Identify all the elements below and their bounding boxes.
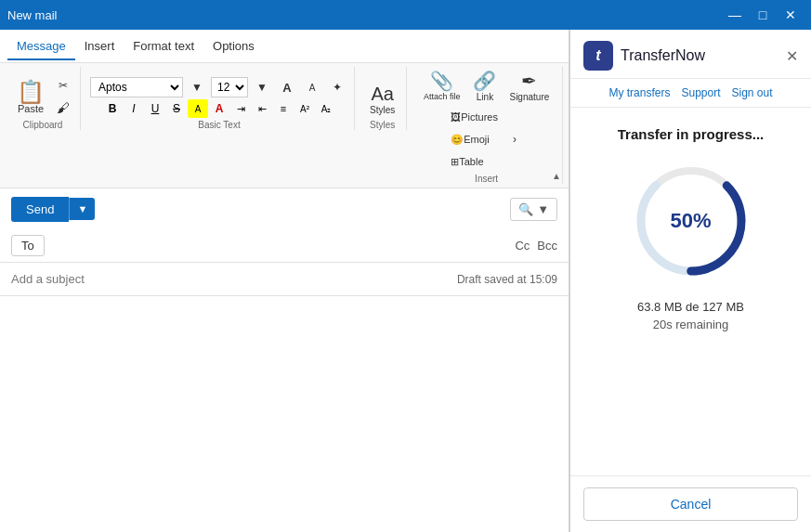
- emoji-icon: 😊: [451, 134, 464, 146]
- ribbon-toolbar: 📋 Paste ✂ 🖌 Clipboard: [0, 63, 569, 188]
- search-icon: 🔍: [518, 202, 533, 216]
- insert-content-top: 📎 Attach file 🔗 Link ✒ Signature 🖼: [416, 67, 556, 172]
- tab-options[interactable]: Options: [203, 33, 264, 60]
- styles-content: Aa Styles: [364, 80, 400, 118]
- progress-circle: 50%: [631, 161, 752, 281]
- transfer-nav-my-transfers[interactable]: My transfers: [608, 86, 670, 99]
- transfer-nav: My transfers Support Sign out: [570, 79, 811, 108]
- decrease-font-btn[interactable]: A: [301, 77, 323, 97]
- compose-header: Send ▼ 🔍 ▼: [0, 188, 569, 229]
- minimize-button[interactable]: —: [722, 2, 748, 28]
- emoji-button[interactable]: 😊 Emoji: [447, 129, 493, 149]
- font-color-button[interactable]: A: [209, 99, 229, 118]
- attach-file-button[interactable]: 📎 Attach file: [418, 67, 466, 104]
- transfer-panel: t TransferNow ✕ My transfers Support Sig…: [569, 30, 811, 532]
- window-controls: — □ ✕: [722, 2, 804, 28]
- send-button[interactable]: Send: [11, 197, 69, 222]
- transfer-close-button[interactable]: ✕: [786, 47, 798, 65]
- search-dropdown-icon: ▼: [537, 202, 549, 216]
- format-row: B I U S A A ⇥ ⇤ ≡ A² A₂: [102, 99, 336, 118]
- to-button[interactable]: To: [11, 235, 45, 256]
- maximize-button[interactable]: □: [750, 2, 776, 28]
- pictures-icon: 🖼: [451, 111, 461, 123]
- tab-insert[interactable]: Insert: [75, 33, 124, 60]
- transfer-content: Transfer in progress...: [570, 108, 811, 475]
- align-btn[interactable]: ≡: [273, 99, 294, 118]
- underline-button[interactable]: U: [145, 99, 165, 118]
- basic-text-label: Basic Text: [198, 120, 240, 130]
- superscript-btn[interactable]: A²: [294, 99, 315, 118]
- highlight-button[interactable]: A: [188, 99, 208, 118]
- size-select[interactable]: 12: [211, 77, 248, 97]
- paste-icon: 📋: [17, 81, 45, 103]
- window-title: New mail: [7, 8, 57, 22]
- bold-button[interactable]: B: [102, 99, 123, 118]
- font-dropdown-btn[interactable]: ▼: [186, 77, 208, 97]
- subject-input[interactable]: [11, 272, 457, 286]
- cc-link[interactable]: Cc: [515, 239, 530, 253]
- subscript-btn[interactable]: A₂: [316, 99, 336, 118]
- draft-saved: Draft saved at 15:09: [457, 273, 557, 286]
- font-select[interactable]: Aptos: [90, 77, 183, 97]
- subject-row: Draft saved at 15:09: [0, 263, 569, 296]
- italic-button[interactable]: I: [124, 99, 144, 118]
- app-body: Message Insert Format text Options 📋 Pas…: [0, 30, 811, 532]
- font-row: Aptos ▼ 12 ▼ A A ✦: [90, 77, 348, 97]
- paste-button[interactable]: 📋 Paste: [11, 77, 50, 118]
- clear-format-btn[interactable]: ✦: [326, 77, 348, 97]
- size-dropdown-btn[interactable]: ▼: [251, 77, 273, 97]
- transfer-title: Transfer in progress...: [618, 126, 765, 142]
- strikethrough-button[interactable]: S: [166, 99, 187, 118]
- ribbon-tabs: Message Insert Format text Options: [0, 30, 569, 63]
- more-insert-btn[interactable]: ›: [504, 129, 526, 149]
- styles-label: Styles: [370, 120, 395, 130]
- tab-message[interactable]: Message: [7, 33, 75, 60]
- ribbon-collapse-button[interactable]: ▲: [548, 167, 565, 184]
- clipboard-content: 📋 Paste ✂ 🖌: [11, 75, 74, 118]
- transfer-size: 63.8 MB de 127 MB: [637, 300, 744, 314]
- basic-text-content: Aptos ▼ 12 ▼ A A ✦ B I U: [90, 77, 348, 118]
- link-button[interactable]: 🔗 Link: [467, 67, 502, 105]
- tab-format-text[interactable]: Format text: [124, 33, 203, 60]
- cc-bcc: Cc Bcc: [515, 239, 557, 253]
- styles-icon: Aa: [371, 83, 393, 105]
- send-btn-group: Send ▼: [11, 197, 95, 222]
- link-icon: 🔗: [473, 70, 496, 92]
- basic-text-group: Aptos ▼ 12 ▼ A A ✦ B I U: [85, 67, 355, 130]
- bcc-link[interactable]: Bcc: [537, 239, 557, 253]
- format-painter-button[interactable]: 🖌: [52, 97, 74, 118]
- indent-increase-btn[interactable]: ⇥: [230, 99, 251, 118]
- transfer-footer: Cancel: [570, 475, 811, 532]
- to-input[interactable]: [45, 239, 516, 253]
- indent-decrease-btn[interactable]: ⇤: [252, 99, 272, 118]
- transfer-logo-icon: t: [583, 41, 613, 71]
- signature-icon: ✒: [521, 70, 537, 92]
- insert-group: 📎 Attach file 🔗 Link ✒ Signature 🖼: [411, 67, 563, 184]
- send-dropdown-button[interactable]: ▼: [69, 198, 95, 220]
- styles-button[interactable]: Aa Styles: [364, 80, 400, 118]
- compose-body[interactable]: [0, 296, 569, 532]
- insert-label: Insert: [475, 174, 498, 184]
- compose-area: Message Insert Format text Options 📋 Pas…: [0, 30, 569, 532]
- clipboard-group: 📋 Paste ✂ 🖌 Clipboard: [6, 67, 81, 130]
- transfer-header: t TransferNow ✕: [570, 30, 811, 79]
- pictures-button[interactable]: 🖼 Pictures: [447, 107, 502, 127]
- title-bar: New mail — □ ✕: [0, 0, 811, 30]
- increase-font-btn[interactable]: A: [276, 77, 298, 97]
- cancel-button[interactable]: Cancel: [583, 487, 798, 521]
- signature-button[interactable]: ✒ Signature: [504, 67, 555, 105]
- attach-icon: 📎: [430, 70, 453, 92]
- transfer-nav-sign-out[interactable]: Sign out: [732, 86, 773, 99]
- close-button[interactable]: ✕: [778, 2, 804, 28]
- transfer-remaining: 20s remaining: [653, 318, 729, 331]
- cut-button[interactable]: ✂: [52, 75, 74, 96]
- table-button[interactable]: ⊞ Table: [447, 151, 487, 172]
- transfer-nav-support[interactable]: Support: [681, 86, 720, 99]
- styles-group: Aa Styles Styles: [359, 67, 407, 130]
- transfer-logo: t TransferNow: [583, 41, 705, 71]
- table-icon: ⊞: [451, 156, 459, 168]
- clipboard-label: Clipboard: [23, 120, 63, 130]
- progress-label: 50%: [670, 209, 711, 233]
- search-button[interactable]: 🔍 ▼: [510, 198, 557, 221]
- to-row: To Cc Bcc: [0, 229, 569, 263]
